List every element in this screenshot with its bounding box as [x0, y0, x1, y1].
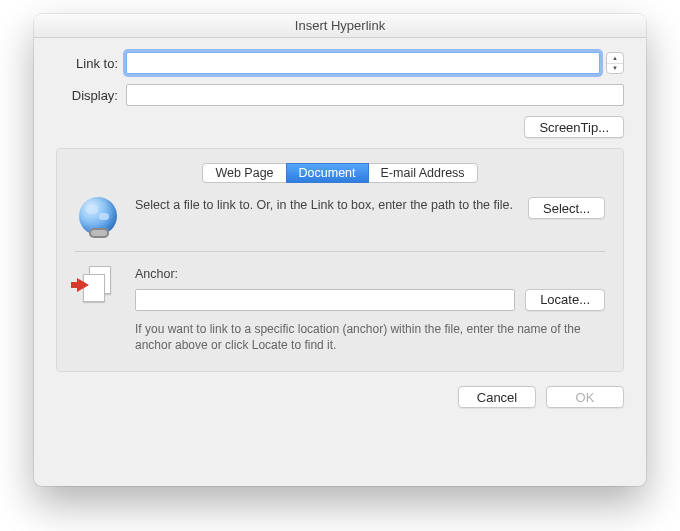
anchor-input[interactable] [135, 289, 515, 311]
select-file-section: Select a file to link to. Or, in the Lin… [75, 197, 605, 235]
dialog-title: Insert Hyperlink [34, 14, 646, 38]
tab-web-page[interactable]: Web Page [202, 163, 286, 183]
select-file-button[interactable]: Select... [528, 197, 605, 219]
anchor-help-text: If you want to link to a specific locati… [135, 321, 605, 353]
dialog-footer: Cancel OK [56, 386, 624, 408]
tab-document[interactable]: Document [286, 163, 369, 183]
tab-bar: Web Page Document E-mail Address [75, 163, 605, 183]
link-to-row: Link to: ▲ ▼ [56, 52, 624, 74]
locate-button[interactable]: Locate... [525, 289, 605, 311]
display-label: Display: [56, 88, 118, 103]
display-input[interactable] [126, 84, 624, 106]
globe-link-icon [79, 197, 117, 235]
link-to-input[interactable] [126, 52, 600, 74]
cancel-button[interactable]: Cancel [458, 386, 536, 408]
hyperlink-panel: Web Page Document E-mail Address Select … [56, 148, 624, 372]
display-row: Display: [56, 84, 624, 106]
screentip-row: ScreenTip... [56, 116, 624, 138]
select-file-description: Select a file to link to. Or, in the Lin… [135, 197, 514, 214]
anchor-label: Anchor: [135, 266, 605, 283]
screentip-button[interactable]: ScreenTip... [524, 116, 624, 138]
anchor-section: Anchor: Locate... If you want to link to… [75, 266, 605, 353]
link-to-label: Link to: [56, 56, 118, 71]
section-divider [75, 251, 605, 252]
dialog-content: Link to: ▲ ▼ Display: ScreenTip... Web P… [34, 38, 646, 424]
ok-button[interactable]: OK [546, 386, 624, 408]
tab-email-address[interactable]: E-mail Address [368, 163, 478, 183]
link-to-stepper[interactable]: ▲ ▼ [606, 52, 624, 74]
dialog-window: Insert Hyperlink Link to: ▲ ▼ Display: S… [34, 14, 646, 486]
stepper-up-icon[interactable]: ▲ [607, 53, 623, 64]
document-link-icon [79, 266, 117, 304]
stepper-down-icon[interactable]: ▼ [607, 64, 623, 74]
